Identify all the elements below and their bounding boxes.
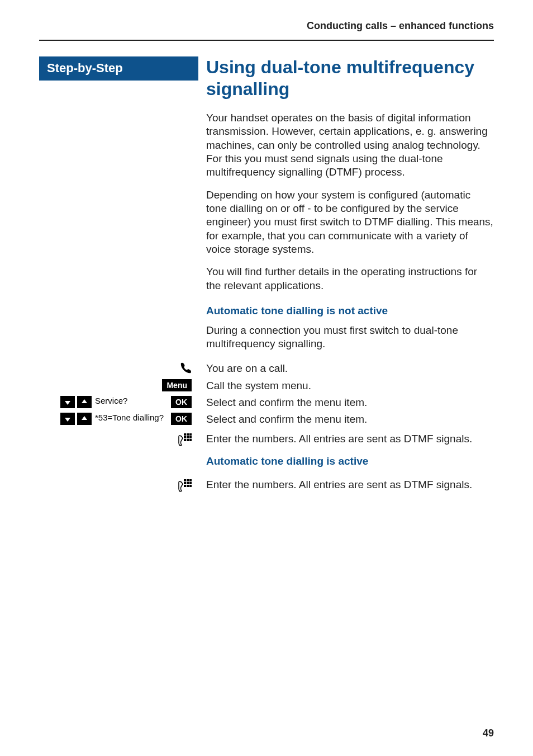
svg-rect-11 bbox=[189, 479, 192, 481]
header-rule bbox=[39, 40, 494, 41]
svg-rect-3 bbox=[184, 436, 186, 438]
menu-item-service: Service? bbox=[94, 396, 169, 408]
svg-rect-13 bbox=[187, 482, 189, 484]
svg-rect-7 bbox=[187, 439, 189, 441]
page: Conducting calls – enhanced functions St… bbox=[0, 0, 533, 756]
page-title: Using dual-tone multifrequency signallin… bbox=[206, 56, 494, 100]
step-by-step-header: Step-by-Step bbox=[39, 56, 198, 81]
step-text: Select and confirm the menu item. bbox=[198, 396, 494, 409]
up-arrow-button[interactable] bbox=[77, 413, 92, 425]
ok-button[interactable]: OK bbox=[171, 396, 192, 408]
step-icon-col bbox=[39, 478, 198, 493]
svg-rect-12 bbox=[184, 482, 186, 484]
svg-rect-0 bbox=[184, 433, 186, 436]
step-text: Enter the numbers. All entries are sent … bbox=[198, 478, 494, 492]
svg-rect-17 bbox=[189, 485, 192, 487]
subheading-not-active: Automatic tone dialling is not active bbox=[206, 305, 494, 317]
subheading-active: Automatic tone dialling is active bbox=[206, 455, 494, 468]
handset-icon bbox=[179, 362, 192, 374]
step-text: Enter the numbers. All entries are sent … bbox=[198, 432, 494, 446]
intro-paragraph-2: Depending on how your system is configur… bbox=[206, 188, 494, 257]
step-text: Select and confirm the menu item. bbox=[198, 413, 494, 426]
svg-rect-9 bbox=[184, 479, 186, 481]
svg-rect-1 bbox=[187, 433, 189, 436]
svg-rect-10 bbox=[187, 479, 189, 481]
up-arrow-button[interactable] bbox=[77, 396, 92, 408]
page-number: 49 bbox=[483, 727, 494, 739]
intro-paragraph-1: Your handset operates on the basis of di… bbox=[206, 111, 494, 179]
step-row-enter-numbers: Enter the numbers. All entries are sent … bbox=[39, 432, 494, 447]
svg-rect-4 bbox=[187, 436, 189, 438]
step-row-menu: Menu Call the system menu. bbox=[39, 379, 494, 393]
left-column: Step-by-Step bbox=[39, 56, 198, 81]
step-row-on-call: You are on a call. bbox=[39, 362, 494, 375]
down-arrow-button[interactable] bbox=[60, 396, 75, 408]
step-icon-col: Service? OK bbox=[39, 396, 198, 408]
step-icon-col bbox=[39, 432, 198, 447]
step-row-enter-numbers-active: Enter the numbers. All entries are sent … bbox=[39, 478, 494, 493]
svg-rect-2 bbox=[189, 433, 192, 436]
menu-item-tone-dialling: *53=Tone dialling? bbox=[94, 413, 169, 425]
two-column-layout: Step-by-Step Using dual-tone multifreque… bbox=[39, 56, 494, 360]
down-arrow-button[interactable] bbox=[60, 413, 75, 425]
step-icon-col bbox=[39, 362, 198, 374]
svg-rect-5 bbox=[189, 436, 192, 438]
ok-button[interactable]: OK bbox=[171, 413, 192, 425]
keypad-icon bbox=[177, 478, 192, 493]
svg-rect-14 bbox=[189, 482, 192, 484]
step-icon-col: *53=Tone dialling? OK bbox=[39, 413, 198, 425]
keypad-icon bbox=[177, 432, 192, 447]
svg-rect-8 bbox=[189, 439, 192, 441]
step-row-service: Service? OK Select and confirm the menu … bbox=[39, 396, 494, 409]
svg-rect-15 bbox=[184, 485, 186, 487]
not-active-intro: During a connection you must first switc… bbox=[206, 324, 494, 351]
step-row-tone-dialling: *53=Tone dialling? OK Select and confirm… bbox=[39, 413, 494, 426]
step-icon-col: Menu bbox=[39, 379, 198, 391]
intro-paragraph-3: You will find further details in the ope… bbox=[206, 265, 494, 292]
step-text: You are on a call. bbox=[198, 362, 494, 375]
subheading-row-active: Automatic tone dialling is active bbox=[39, 455, 494, 475]
step-text: Call the system menu. bbox=[198, 379, 494, 393]
right-column: Using dual-tone multifrequency signallin… bbox=[198, 56, 494, 360]
menu-button[interactable]: Menu bbox=[162, 379, 192, 391]
svg-rect-6 bbox=[184, 439, 186, 441]
svg-rect-16 bbox=[187, 485, 189, 487]
running-header: Conducting calls – enhanced functions bbox=[39, 18, 494, 40]
